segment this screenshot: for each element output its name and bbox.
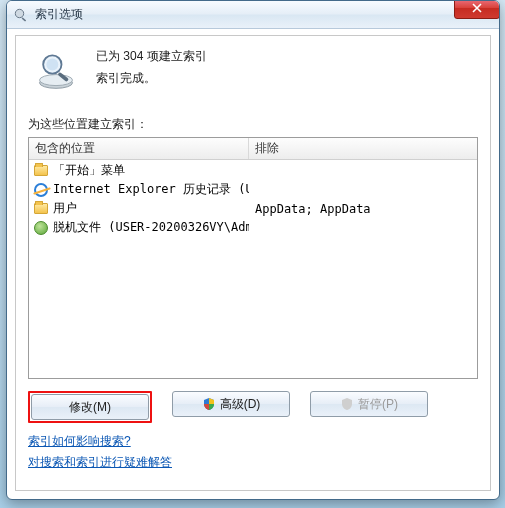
list-item[interactable]: 「开始」菜单 <box>29 161 477 180</box>
magnifier-icon <box>34 48 78 92</box>
svg-point-5 <box>46 59 58 71</box>
pause-button[interactable]: 暂停(P) <box>310 391 428 417</box>
column-exclude[interactable]: 排除 <box>249 140 477 157</box>
app-icon <box>13 7 29 23</box>
button-row: 修改(M) 高级(D) <box>28 391 478 423</box>
list-item[interactable]: 脱机文件 (USER-20200326VY\Admin... <box>29 218 477 237</box>
svg-rect-1 <box>21 17 26 21</box>
item-name: 「开始」菜单 <box>53 162 125 179</box>
link-troubleshoot[interactable]: 对搜索和索引进行疑难解答 <box>28 454 172 471</box>
locations-list: 包含的位置 排除 「开始」菜单 Internet Explorer 历史记录 (… <box>28 137 478 379</box>
list-item[interactable]: Internet Explorer 历史记录 (USE... <box>29 180 477 199</box>
list-header: 包含的位置 排除 <box>29 138 477 160</box>
dialog-body: 已为 304 项建立索引 索引完成。 为这些位置建立索引： 包含的位置 排除 「… <box>15 35 491 491</box>
shield-icon <box>202 397 216 411</box>
status-state: 索引完成。 <box>96 68 207 90</box>
section-label: 为这些位置建立索引： <box>28 116 478 133</box>
item-name: 脱机文件 (USER-20200326VY\Admin... <box>53 219 249 236</box>
item-name: 用户 <box>53 200 77 217</box>
column-included[interactable]: 包含的位置 <box>29 138 249 159</box>
help-links: 索引如何影响搜索? 对搜索和索引进行疑难解答 <box>28 433 478 475</box>
item-exclude: AppData; AppData <box>249 202 477 216</box>
titlebar: 索引选项 <box>7 1 499 29</box>
indexing-options-window: 索引选项 已为 304 项建立索引 索引完成。 为这些位 <box>6 0 500 500</box>
folder-icon <box>33 201 49 217</box>
shield-icon <box>340 397 354 411</box>
window-title: 索引选项 <box>35 6 83 23</box>
link-how-affects-search[interactable]: 索引如何影响搜索? <box>28 433 131 450</box>
highlight-annotation: 修改(M) <box>28 391 152 423</box>
close-icon <box>472 3 482 13</box>
svg-point-0 <box>15 9 23 17</box>
item-name: Internet Explorer 历史记录 (USE... <box>53 181 249 198</box>
close-button[interactable] <box>454 0 500 19</box>
sync-icon <box>33 220 49 236</box>
advanced-button[interactable]: 高级(D) <box>172 391 290 417</box>
modify-button[interactable]: 修改(M) <box>31 394 149 420</box>
ie-icon <box>33 182 49 198</box>
folder-icon <box>33 163 49 179</box>
list-item[interactable]: 用户 AppData; AppData <box>29 199 477 218</box>
status-row: 已为 304 项建立索引 索引完成。 <box>34 46 478 92</box>
status-count: 已为 304 项建立索引 <box>96 46 207 68</box>
